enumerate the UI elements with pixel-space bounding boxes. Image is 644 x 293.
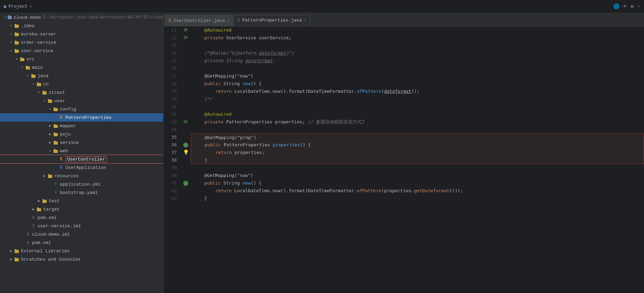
code-line-31 — [191, 103, 644, 111]
tree-hint-0: D:\Workspace-java\idea\Workspaces\WS-HM-… — [43, 15, 163, 20]
svg-rect-41 — [15, 258, 16, 259]
project-label[interactable]: Project — [8, 4, 27, 9]
tree-label-21: bootstrap.yaml — [60, 190, 98, 195]
tree-item-14[interactable]: ▶pojo — [0, 130, 163, 138]
token — [193, 187, 215, 195]
tree-item-5[interactable]: ▾src — [0, 55, 163, 63]
tree-arrow-25 — [25, 223, 31, 229]
code-line-40: @GetMapping("now") — [191, 172, 644, 179]
tree-label-8: cn — [43, 82, 49, 87]
code-lines: @Autowired private UserService userServi… — [191, 26, 644, 293]
tree-item-3[interactable]: ▾order-service — [0, 38, 163, 47]
token: private — [204, 118, 223, 126]
tree-item-23[interactable]: ▶target — [0, 205, 163, 213]
tab-patternproperties[interactable]: C PatternProperties.java ✕ — [234, 15, 310, 26]
tree-icon-1 — [14, 23, 19, 29]
tree-item-27[interactable]: Xpom.xml — [0, 238, 163, 247]
tree-item-0[interactable]: ▾cloud-demoD:\Workspace-java\idea\Worksp… — [0, 13, 163, 22]
svg-rect-35 — [42, 199, 44, 201]
tree-item-16[interactable]: ▾web — [0, 147, 163, 155]
tree-item-10[interactable]: ▾user — [0, 97, 163, 105]
tree-item-21[interactable]: Ybootstrap.yaml — [0, 188, 163, 197]
tree-item-13[interactable]: ▶mapper — [0, 122, 163, 130]
gutter-arrow2-icon: ⬤ — [183, 141, 189, 149]
svg-rect-11 — [20, 57, 22, 59]
code-editor[interactable]: 2122232425262728293031323334353637383940… — [164, 26, 644, 293]
token: @Autowired — [204, 111, 231, 118]
tree-label-25: user-service.iml — [38, 223, 81, 229]
token: PatternProperties — [221, 141, 273, 149]
tree-item-4[interactable]: ▾user-service — [0, 47, 163, 55]
token: } — [205, 156, 207, 164]
tab-close-patternproperties[interactable]: ✕ — [304, 18, 307, 23]
code-line-23 — [191, 42, 644, 49]
token — [193, 195, 204, 202]
tree-label-1: .idea — [21, 23, 34, 29]
tree-item-29[interactable]: ▶Scratches and Consoles — [0, 255, 163, 263]
settings-icon[interactable]: ⚙ — [630, 3, 633, 9]
tree-arrow-2: ▾ — [8, 31, 14, 37]
menu-icon[interactable]: ≡ — [623, 3, 626, 9]
globe-icon[interactable]: 🌐 — [613, 3, 619, 9]
tree-item-1[interactable]: ▾.idea — [0, 22, 163, 30]
tree-item-6[interactable]: ▾main — [0, 63, 163, 72]
tree-item-28[interactable]: ▶External Libraries — [0, 247, 163, 255]
gutter-40 — [181, 172, 191, 179]
tree-item-26[interactable]: Icloud-demo.iml — [0, 230, 163, 238]
line-num-26: 26 — [164, 65, 181, 72]
tab-usercontroller[interactable]: C UserController.java ✕ — [165, 15, 233, 26]
tree-arrow-4: ▾ — [8, 48, 14, 54]
tree-label-3: order-service — [21, 40, 56, 45]
tree-icon-28 — [14, 248, 19, 254]
tree-item-8[interactable]: ▾cn — [0, 80, 163, 88]
minimize-icon[interactable]: — — [638, 3, 641, 9]
tree-item-2[interactable]: ▾eureka-server — [0, 30, 163, 38]
tree-icon-13 — [53, 123, 58, 129]
project-icon: ◼ — [3, 3, 6, 9]
tree-arrow-28: ▶ — [8, 248, 14, 254]
code-line-32: @Autowired — [191, 111, 644, 118]
tree-item-9[interactable]: ▾itcast — [0, 88, 163, 97]
token: () { — [251, 179, 261, 187]
tree-label-6: main — [32, 65, 43, 70]
gutter-arrow-icon: ⟳ — [184, 34, 188, 42]
token: return — [216, 149, 232, 156]
project-dropdown-arrow[interactable]: ▾ — [30, 4, 32, 9]
tree-icon-26: I — [25, 231, 31, 237]
tree-item-15[interactable]: ▶service — [0, 138, 163, 147]
tree-item-7[interactable]: ▾java — [0, 72, 163, 80]
tree-icon-3 — [14, 40, 19, 45]
editor-tabs: C UserController.java ✕ C PatternPropert… — [164, 13, 644, 26]
token — [194, 141, 205, 149]
token: . — [411, 187, 414, 195]
tree-label-26: cloud-demo.iml — [32, 232, 70, 237]
token — [193, 34, 204, 42]
tree-arrow-1: ▾ — [8, 23, 14, 29]
token: getDateformat — [414, 187, 450, 195]
tree-item-25[interactable]: Iuser-service.iml — [0, 222, 163, 230]
tab-close-usercontroller[interactable]: ✕ — [227, 18, 229, 23]
tree-item-19[interactable]: ▶resources — [0, 172, 163, 180]
tree-item-22[interactable]: ▶test — [0, 197, 163, 205]
tree-item-17[interactable]: CUserController — [0, 155, 163, 163]
tree-item-18[interactable]: CUserApplication — [0, 163, 163, 172]
tree-item-11[interactable]: ▾config — [0, 105, 163, 113]
tree-label-22: test — [49, 198, 59, 204]
tree-icon-5 — [19, 56, 25, 62]
token: return — [215, 88, 232, 95]
line-num-41: 41 — [164, 179, 181, 187]
tree-item-12[interactable]: CPatternProperties — [0, 113, 163, 122]
tree-item-20[interactable]: Yapplication.yml — [0, 180, 163, 188]
tree-item-24[interactable]: Xpom.xml — [0, 213, 163, 222]
tree-arrow-11: ▾ — [47, 106, 53, 112]
gutter-41: ⬤ — [181, 179, 191, 187]
svg-rect-9 — [15, 49, 16, 50]
token: }") — [286, 49, 294, 57]
line-num-42: 42 — [164, 187, 181, 195]
tree-label-7: java — [38, 73, 48, 79]
tree-label-18: UserApplication — [65, 165, 106, 170]
token: ofPattern — [357, 187, 381, 195]
token: @GetMapping("now") — [204, 172, 253, 179]
tree-icon-25: I — [31, 223, 36, 229]
gutter-24 — [181, 49, 191, 57]
